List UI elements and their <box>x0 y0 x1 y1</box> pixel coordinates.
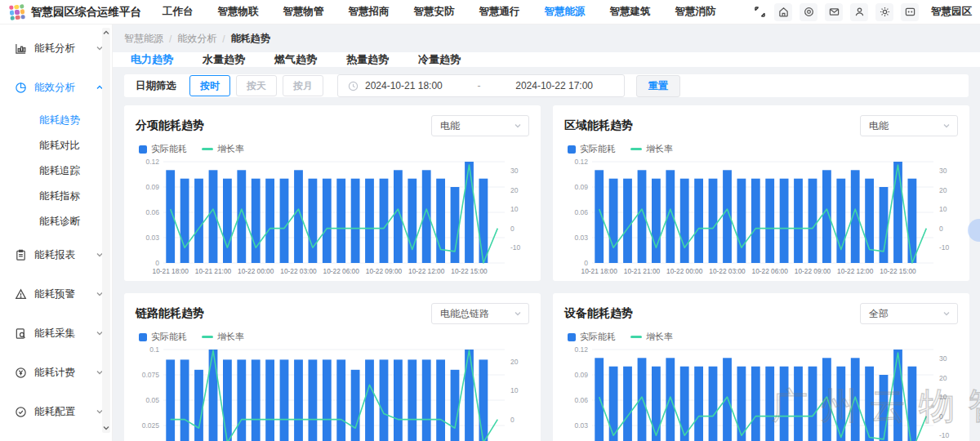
nav-item-building[interactable]: 智慧建筑 <box>610 5 651 19</box>
svg-text:10-22 15:00: 10-22 15:00 <box>880 267 916 275</box>
svg-text:0: 0 <box>939 225 943 233</box>
chart-legend: 实际能耗 增长率 <box>568 331 958 343</box>
chart-legend: 实际能耗 增长率 <box>139 143 529 155</box>
svg-text:0.06: 0.06 <box>574 208 588 216</box>
breadcrumb-current: 能耗趋势 <box>231 32 270 46</box>
legend-actual[interactable]: 实际能耗 <box>139 143 187 155</box>
bar-line-chart: 00.0250.050.0750.10102010-21 18:0010-21 … <box>136 345 529 441</box>
link-select[interactable]: 电能总链路 <box>431 303 529 324</box>
device-select[interactable]: 全部 <box>860 303 958 324</box>
legend-growth[interactable]: 增长率 <box>202 331 244 343</box>
nav-item-iot[interactable]: 智慧物联 <box>218 5 259 19</box>
panel-title: 设备能耗趋势 <box>564 306 633 321</box>
svg-text:0.1: 0.1 <box>149 345 159 354</box>
sidebar-item-energy-alert[interactable]: 能耗预警 <box>0 280 112 308</box>
chevron-down-icon <box>514 310 522 318</box>
sidebar-subitem-energy-kpi[interactable]: 能耗指标 <box>0 184 112 209</box>
svg-text:0.05: 0.05 <box>145 396 159 404</box>
medal-icon[interactable] <box>800 3 817 21</box>
tab-cool-trend[interactable]: 冷量趋势 <box>418 52 461 67</box>
svg-text:10: 10 <box>939 393 947 401</box>
fullscreen-icon[interactable] <box>752 5 767 20</box>
nav-item-access[interactable]: 智慧通行 <box>479 5 520 19</box>
svg-text:0.06: 0.06 <box>145 208 159 216</box>
card-icon[interactable] <box>901 3 919 21</box>
tab-heat-trend[interactable]: 热量趋势 <box>346 52 389 67</box>
user-icon[interactable] <box>850 3 868 21</box>
legend-actual[interactable]: 实际能耗 <box>139 331 187 343</box>
nav-item-workbench[interactable]: 工作台 <box>163 5 194 19</box>
breadcrumb: 智慧能源 / 能效分析 / 能耗趋势 <box>113 24 980 52</box>
sidebar-item-energy-config[interactable]: 能耗配置 <box>0 398 112 425</box>
nav-item-energy[interactable]: 智慧能源 <box>545 5 586 19</box>
breadcrumb-energy[interactable]: 智慧能源 <box>124 32 163 46</box>
chart-grid: 分项能耗趋势 电能 实际能耗 增长率 00.030.060.090.12-100… <box>124 105 969 441</box>
panel-device-energy-trend: 设备能耗趋势 全部 实际能耗 增长率 00.030.060.090.12-100… <box>553 293 969 441</box>
chevron-down-icon <box>942 310 951 318</box>
svg-text:0.03: 0.03 <box>574 421 588 430</box>
svg-text:10-22 06:00: 10-22 06:00 <box>323 267 360 275</box>
energy-type-select[interactable]: 电能 <box>860 115 958 136</box>
mode-by-month-button[interactable]: 按月 <box>283 75 323 96</box>
tab-electric-trend[interactable]: 电力趋势 <box>131 52 173 67</box>
sidebar-item-efficiency-analysis[interactable]: 能效分析 <box>0 74 112 101</box>
svg-text:0: 0 <box>510 416 514 424</box>
nav-item-leasing[interactable]: 智慧招商 <box>349 5 390 19</box>
legend-growth[interactable]: 增长率 <box>202 143 244 155</box>
tab-gas-trend[interactable]: 燃气趋势 <box>274 52 317 67</box>
svg-text:10-22 12:00: 10-22 12:00 <box>837 267 874 275</box>
sidebar-item-energy-collect[interactable]: 能耗采集 <box>0 319 112 347</box>
sidebar-subitem-energy-compare[interactable]: 能耗对比 <box>0 133 112 158</box>
sidebar-item-energy-analysis[interactable]: 能耗分析 <box>0 34 112 62</box>
svg-text:-10: -10 <box>939 431 950 439</box>
range-end-value: 2024-10-22 17:00 <box>515 80 593 91</box>
sidebar-item-energy-billing[interactable]: 能耗计费 <box>0 359 112 386</box>
mail-icon[interactable] <box>825 3 843 21</box>
scroll-up-icon <box>103 30 109 35</box>
bar-line-chart: 00.030.060.090.12-10010203010-21 18:0010… <box>564 157 958 281</box>
energy-type-select[interactable]: 电能 <box>431 115 529 136</box>
sidebar-scrollbar[interactable] <box>102 28 110 433</box>
tenant-name[interactable]: 智慧园区 <box>931 5 972 19</box>
panel-link-energy-trend: 链路能耗趋势 电能总链路 实际能耗 增长率 00.0250.050.0750.1… <box>124 293 541 441</box>
mode-by-hour-button[interactable]: 按时 <box>189 75 230 96</box>
app-header: 智慧园区综合运维平台 工作台 智慧物联 智慧物管 智慧招商 智慧安防 智慧通行 … <box>0 0 980 24</box>
svg-text:0.12: 0.12 <box>145 158 159 166</box>
svg-text:10-22 09:00: 10-22 09:00 <box>366 267 403 275</box>
efficiency-submenu: 能耗趋势 能耗对比 能耗追踪 能耗指标 能耗诊断 <box>0 108 112 234</box>
panel-region-energy-trend: 区域能耗趋势 电能 实际能耗 增长率 00.030.060.090.12-100… <box>553 105 969 281</box>
sidebar-subitem-energy-trend[interactable]: 能耗趋势 <box>0 108 112 133</box>
panel-title: 分项能耗趋势 <box>136 118 204 133</box>
main-content: 智慧能源 / 能效分析 / 能耗趋势 电力趋势 水量趋势 燃气趋势 热量趋势 冷… <box>113 24 980 441</box>
svg-text:10-22 00:00: 10-22 00:00 <box>238 267 274 275</box>
date-range-picker[interactable]: 2024-10-21 18:00 - 2024-10-22 17:00 <box>337 74 625 97</box>
nav-item-fire[interactable]: 智慧消防 <box>675 5 716 19</box>
svg-text:0.09: 0.09 <box>574 371 588 379</box>
tab-water-trend[interactable]: 水量趋势 <box>203 52 245 67</box>
sidebar-subitem-energy-trace[interactable]: 能耗追踪 <box>0 158 112 184</box>
sun-icon[interactable] <box>875 3 893 21</box>
app-title: 智慧园区综合运维平台 <box>31 5 141 20</box>
bar-line-chart: 00.030.060.090.12-10010203010-21 18:0010… <box>564 345 958 441</box>
svg-text:0: 0 <box>510 225 514 233</box>
svg-text:10-22 15:00: 10-22 15:00 <box>451 267 488 275</box>
chart-legend: 实际能耗 增长率 <box>139 331 529 343</box>
sidebar-subitem-energy-diagnosis[interactable]: 能耗诊断 <box>0 209 112 234</box>
breadcrumb-efficiency[interactable]: 能效分析 <box>177 32 216 46</box>
legend-actual[interactable]: 实际能耗 <box>568 143 616 155</box>
chevron-down-icon <box>514 122 522 130</box>
legend-growth[interactable]: 增长率 <box>630 331 673 343</box>
nav-item-property[interactable]: 智慧物管 <box>283 5 324 19</box>
svg-text:10-22 00:00: 10-22 00:00 <box>666 267 703 275</box>
home-icon[interactable] <box>774 3 792 21</box>
svg-text:20: 20 <box>510 358 519 366</box>
mode-by-day-button[interactable]: 按天 <box>236 75 277 96</box>
legend-actual[interactable]: 实际能耗 <box>568 331 616 343</box>
sidebar-item-energy-report[interactable]: 能耗报表 <box>0 241 112 269</box>
reset-button[interactable]: 重置 <box>636 75 680 97</box>
nav-item-security[interactable]: 智慧安防 <box>414 5 455 19</box>
svg-text:10-21 21:00: 10-21 21:00 <box>624 267 661 275</box>
svg-text:10-22 03:00: 10-22 03:00 <box>709 267 746 275</box>
svg-text:10: 10 <box>510 386 519 394</box>
legend-growth[interactable]: 增长率 <box>630 143 673 155</box>
